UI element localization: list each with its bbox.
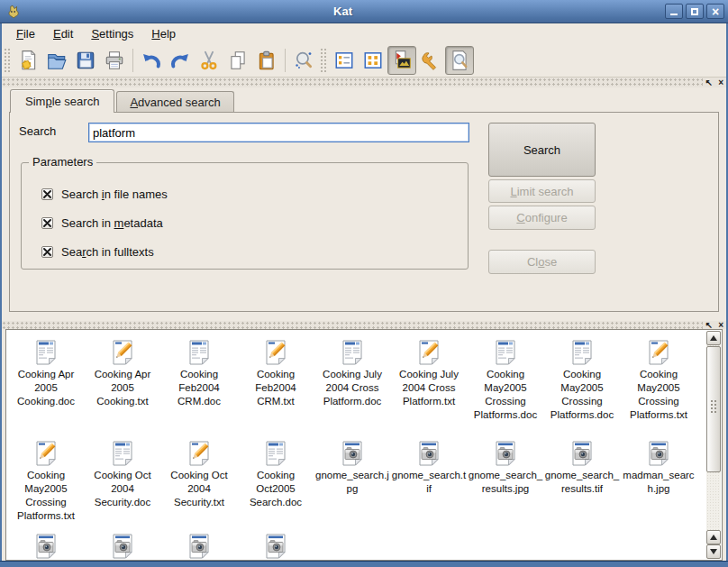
dock-undock-icon[interactable]: ↖ — [703, 78, 715, 87]
file-item[interactable]: Cooking July 2004 Cross Platform.doc — [314, 338, 390, 408]
configure-button[interactable]: Configure — [488, 206, 596, 230]
image-file-icon — [185, 532, 214, 559]
checkbox-search-in-metadata[interactable] — [41, 217, 53, 229]
file-item[interactable]: Cooking Oct 2004 Security.doc — [85, 439, 160, 509]
parameters-checkboxes: Search in file namesSearch in metadataSe… — [22, 163, 468, 259]
minimize-button[interactable] — [665, 4, 683, 19]
file-name: Cooking May2005 Crossing Platforms.txt — [621, 368, 696, 422]
tab-advanced-search[interactable]: Advanced search — [116, 91, 233, 112]
file-item[interactable]: Cooking May2005 Crossing Platforms.txt — [8, 439, 84, 523]
file-item[interactable]: Cooking Feb2004 CRM.doc — [161, 338, 237, 408]
toolbar-separator — [285, 49, 286, 72]
file-name: Cooking July 2004 Cross Platform.txt — [391, 368, 467, 408]
menu-file[interactable]: File — [7, 24, 44, 43]
save-button[interactable] — [71, 46, 100, 75]
image-file-icon — [414, 439, 443, 468]
undo-button[interactable] — [137, 46, 166, 75]
configure-tool-button[interactable] — [416, 46, 445, 75]
results-row: Cooking May2005 Crossing Platforms.txtCo… — [8, 439, 706, 532]
file-item[interactable]: Cooking Oct 2004 Security.txt — [161, 439, 237, 509]
menu-help[interactable]: Help — [142, 24, 185, 43]
toolbar-handle[interactable] — [320, 48, 328, 73]
paste-button[interactable] — [252, 46, 281, 75]
window-border-left — [0, 23, 2, 567]
tab-simple-search[interactable]: Simple search — [10, 89, 114, 113]
file-item[interactable]: madman_search_results.jpg — [85, 532, 160, 559]
app-icon[interactable] — [5, 4, 21, 20]
file-item[interactable]: madman_search_results.tif — [161, 532, 237, 559]
text-file-icon — [414, 338, 443, 367]
open-folder-icon — [46, 50, 68, 71]
titlebar[interactable]: Kat × — [0, 0, 728, 23]
scroll-down-button[interactable] — [706, 544, 721, 559]
file-item[interactable]: Cooking May2005 Crossing Platforms.doc — [468, 338, 543, 422]
print-button[interactable] — [100, 46, 129, 75]
file-item[interactable]: Cooking Apr 2005 Cooking.txt — [85, 338, 160, 408]
file-item[interactable]: madman_search.jpg — [621, 439, 696, 496]
document-file-icon — [261, 439, 290, 468]
toolbar-handle[interactable] — [4, 48, 12, 73]
file-item[interactable]: madman_installing.jpg — [238, 532, 314, 559]
file-name: gnome_search.tif — [391, 469, 467, 496]
image-file-icon — [491, 439, 520, 468]
view-images-button[interactable] — [387, 46, 416, 75]
dock-undock-icon[interactable]: ↖ — [703, 321, 715, 329]
scroll-up-button[interactable] — [706, 331, 721, 345]
document-file-icon — [108, 439, 137, 468]
results-grid: Cooking Apr 2005 Cooking.docCooking Apr … — [7, 331, 706, 559]
copy-button[interactable] — [223, 46, 252, 75]
file-item[interactable]: gnome_search.jpg — [314, 439, 390, 496]
checkbox-label: Search in fulltexts — [61, 245, 154, 259]
search-button[interactable]: Search — [488, 123, 596, 177]
file-item[interactable]: gnome_search_results.jpg — [468, 439, 543, 496]
view-icons-button[interactable] — [359, 46, 387, 75]
scrollbar-thumb[interactable] — [706, 346, 721, 472]
close-button[interactable]: × — [706, 4, 724, 19]
preview-button[interactable] — [445, 46, 474, 75]
menu-settings[interactable]: Settings — [82, 24, 142, 43]
text-file-icon — [261, 338, 290, 367]
checkbox-search-in-fulltexts[interactable] — [41, 246, 53, 258]
redo-button[interactable] — [166, 46, 195, 75]
menu-edit[interactable]: Edit — [44, 24, 82, 43]
file-name: Cooking Oct2005 Search.doc — [238, 469, 314, 509]
results-dock-handle[interactable]: ↖ × — [2, 321, 726, 329]
file-item[interactable]: Cooking Oct2005 Search.doc — [238, 439, 314, 509]
file-item[interactable]: gnome_search.tif — [391, 439, 467, 496]
search-dock-handle[interactable]: ↖ × — [2, 78, 726, 87]
file-name: Cooking Apr 2005 Cooking.doc — [8, 368, 84, 408]
view-list-button[interactable] — [330, 46, 359, 75]
copy-icon — [227, 50, 249, 71]
toolbar-group — [14, 46, 318, 75]
results-row: Cooking Apr 2005 Cooking.docCooking Apr … — [8, 338, 706, 439]
dock-close-icon[interactable]: × — [715, 321, 726, 329]
file-item[interactable]: Cooking Feb2004 CRM.txt — [238, 338, 314, 408]
file-item[interactable]: Cooking May2005 Crossing Platforms.doc — [544, 338, 620, 422]
file-item[interactable]: Cooking July 2004 Cross Platform.txt — [391, 338, 467, 408]
parameter-row: Search in file names — [41, 187, 468, 201]
vertical-scrollbar[interactable] — [706, 331, 721, 559]
file-name: Cooking May2005 Crossing Platforms.doc — [468, 368, 543, 422]
checkbox-search-in-file-names[interactable] — [41, 188, 53, 200]
preview-icon — [449, 50, 470, 71]
arrow-down-icon — [710, 549, 717, 554]
file-item[interactable]: gnome_search_results.tif — [544, 439, 620, 496]
new-button[interactable] — [14, 46, 42, 75]
maximize-button[interactable] — [686, 4, 704, 19]
find-button[interactable] — [289, 46, 318, 75]
file-item[interactable]: Cooking Apr 2005 Cooking.doc — [8, 338, 84, 408]
document-file-icon — [338, 338, 367, 367]
find-icon — [293, 50, 314, 71]
dock-close-icon[interactable]: × — [715, 78, 726, 87]
cut-button[interactable] — [195, 46, 223, 75]
search-input[interactable] — [88, 123, 469, 142]
limit-search-button[interactable]: Limit search — [488, 179, 596, 203]
file-name: gnome_search_results.jpg — [468, 469, 543, 496]
scroll-up-button-bottom[interactable] — [706, 530, 721, 544]
file-item[interactable]: Cooking May2005 Crossing Platforms.txt — [621, 338, 696, 422]
open-button[interactable] — [42, 46, 71, 75]
file-name: gnome_search_results.tif — [544, 469, 620, 496]
file-item[interactable]: madman_search.tif — [8, 532, 84, 559]
close-button[interactable]: Close — [488, 250, 596, 274]
print-icon — [104, 50, 125, 71]
